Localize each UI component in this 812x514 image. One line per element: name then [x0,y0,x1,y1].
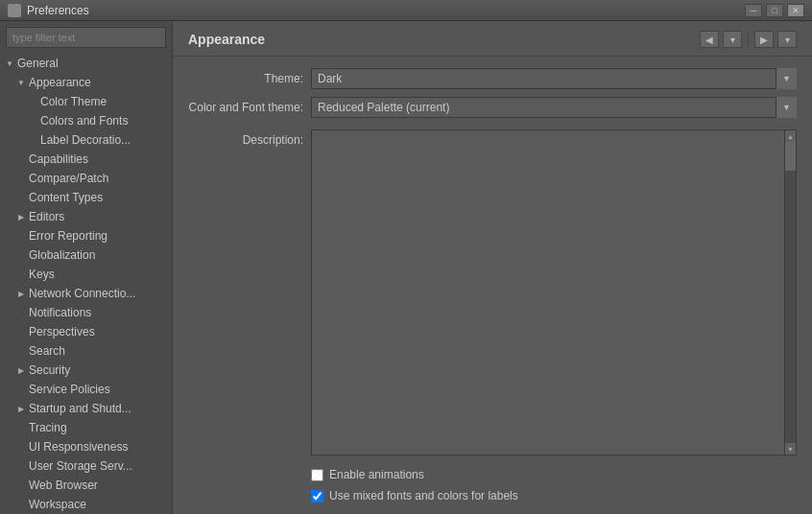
sidebar-item-appearance[interactable]: Appearance [0,73,172,92]
scroll-thumb[interactable] [785,142,796,171]
arrow-icon [15,384,27,395]
sidebar-item-color-theme[interactable]: Color Theme [0,92,172,111]
theme-row: Theme: Dark Light Classic ▼ [188,68,797,89]
nav-separator [748,33,749,46]
sidebar-item-label: Editors [29,210,64,223]
panel-header: Appearance ◀ ▾ ▶ ▾ [173,21,812,57]
tree-container: General Appearance Color Theme Colors an… [0,54,172,514]
arrow-icon [15,326,27,338]
arrow-icon [27,134,38,146]
main-window: General Appearance Color Theme Colors an… [0,21,812,514]
color-font-row: Color and Font theme: Reduced Palette (c… [188,97,797,118]
description-area: Description: ▲ ▼ [188,129,797,460]
scroll-down-button[interactable]: ▼ [785,443,796,455]
sidebar-item-label: Security [29,363,70,377]
arrow-icon [15,460,27,472]
sidebar-item-globalization[interactable]: Globalization [0,245,172,265]
arrow-icon [15,364,27,376]
panel-content: Theme: Dark Light Classic ▼ Color and Fo… [173,57,812,514]
sidebar-item-compare-patch[interactable]: Compare/Patch [0,169,172,188]
sidebar-item-ui-responsiveness[interactable]: UI Responsiveness [0,437,172,456]
enable-animations-label: Enable animations [329,468,424,481]
sidebar-item-label: Network Connectio... [29,287,135,300]
description-box: ▲ ▼ [311,129,797,456]
arrow-icon [15,211,27,222]
sidebar-item-label: Workspace [29,498,86,511]
sidebar-item-editors[interactable]: Editors [0,207,172,226]
filter-input[interactable] [6,27,166,48]
sidebar-item-perspectives[interactable]: Perspectives [0,322,172,341]
panel-title: Appearance [188,32,265,47]
forward-dropdown-button[interactable]: ▾ [777,31,797,48]
enable-animations-row: Enable animations [311,468,797,481]
theme-label: Theme: [188,72,303,85]
sidebar-item-content-types[interactable]: Content Types [0,188,172,207]
sidebar-item-notifications[interactable]: Notifications [0,303,172,322]
sidebar-item-label: Colors and Fonts [40,114,128,128]
sidebar-item-colors-fonts[interactable]: Colors and Fonts [0,111,172,130]
sidebar-item-label: Search [29,344,65,358]
sidebar-item-label: Keys [29,268,55,281]
arrow-icon [27,96,38,107]
sidebar-item-label: Globalization [29,248,95,262]
sidebar-item-label: Label Decoratio... [40,133,131,147]
arrow-icon [15,499,27,510]
sidebar-item-error-reporting[interactable]: Error Reporting [0,226,172,245]
arrow-icon [15,403,27,414]
mixed-fonts-checkbox[interactable] [311,490,323,502]
sidebar-item-label-decorations[interactable]: Label Decoratio... [0,130,172,150]
window-title: Preferences [27,4,745,17]
arrow-icon [15,288,27,299]
arrow-icon [15,345,27,357]
color-font-label: Color and Font theme: [188,101,303,114]
sidebar-item-label: General [17,57,59,70]
title-bar: Preferences ─ □ ✕ [0,0,812,21]
scrollbar[interactable]: ▲ ▼ [784,130,796,455]
back-button[interactable]: ◀ [700,31,719,48]
mixed-fonts-label: Use mixed fonts and colors for labels [329,489,518,502]
theme-select-wrapper: Dark Light Classic ▼ [311,68,797,89]
sidebar-item-label: Web Browser [29,479,98,492]
app-icon [8,4,21,17]
sidebar-item-network[interactable]: Network Connectio... [0,284,172,303]
arrow-icon [15,173,27,184]
sidebar-item-security[interactable]: Security [0,361,172,380]
sidebar: General Appearance Color Theme Colors an… [0,21,173,514]
sidebar-item-general[interactable]: General [0,54,172,73]
sidebar-item-label: Service Policies [29,383,110,396]
arrow-icon [15,422,27,433]
theme-select[interactable]: Dark Light Classic [311,68,797,89]
sidebar-item-startup[interactable]: Startup and Shutd... [0,399,172,418]
sidebar-item-keys[interactable]: Keys [0,265,172,284]
forward-button[interactable]: ▶ [754,31,774,48]
sidebar-item-web-browser[interactable]: Web Browser [0,476,172,495]
sidebar-item-workspace[interactable]: Workspace [0,495,172,514]
arrow-icon [15,77,27,88]
sidebar-item-label: Compare/Patch [29,172,108,185]
enable-animations-checkbox[interactable] [311,469,323,481]
description-label: Description: [188,129,303,147]
arrow-icon [15,441,27,453]
arrow-icon [15,269,27,280]
sidebar-item-service-policies[interactable]: Service Policies [0,380,172,399]
window-controls: ─ □ ✕ [745,4,804,17]
close-button[interactable]: ✕ [787,4,804,17]
arrow-icon [15,192,27,203]
color-font-select[interactable]: Reduced Palette (current) Classic High C… [311,97,797,118]
sidebar-item-search[interactable]: Search [0,341,172,361]
sidebar-item-label: Color Theme [40,95,107,108]
sidebar-item-label: Appearance [29,76,91,89]
sidebar-item-user-storage[interactable]: User Storage Serv... [0,456,172,476]
scroll-track [785,142,796,443]
nav-buttons: ◀ ▾ ▶ ▾ [700,31,797,48]
minimize-button[interactable]: ─ [745,4,762,17]
sidebar-item-capabilities[interactable]: Capabilities [0,150,172,169]
mixed-fonts-row: Use mixed fonts and colors for labels [311,489,797,502]
back-dropdown-button[interactable]: ▾ [723,31,742,48]
sidebar-item-label: Startup and Shutd... [29,402,131,415]
sidebar-item-tracing[interactable]: Tracing [0,418,172,437]
scroll-up-button[interactable]: ▲ [785,130,796,142]
maximize-button[interactable]: □ [766,4,783,17]
sidebar-item-label: UI Responsiveness [29,440,128,454]
sidebar-item-label: Capabilities [29,152,88,166]
